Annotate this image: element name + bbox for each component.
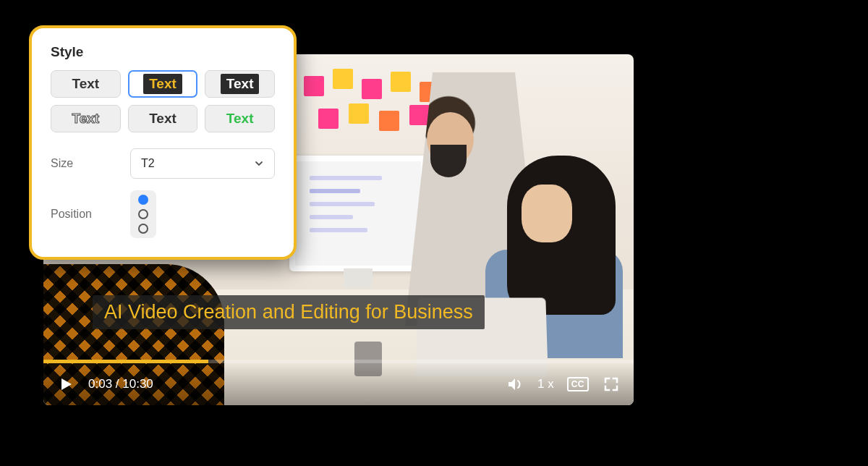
volume-button[interactable] [506,375,524,394]
style-option-green[interactable]: Text [205,105,275,132]
size-select[interactable]: T2 [130,148,275,179]
style-option-white-on-dark[interactable]: Text [205,70,275,98]
size-label: Size [51,157,109,170]
size-row: Size T2 [51,148,275,179]
position-label: Position [51,208,109,221]
style-panel: Style Text Text Text Text Text Text Size… [29,25,297,260]
playback-speed[interactable]: 1 x [537,377,554,391]
position-row: Position [51,190,275,238]
style-panel-title: Style [51,44,275,60]
position-top[interactable] [138,195,148,205]
position-bottom[interactable] [138,224,148,234]
style-option-dark[interactable]: Text [128,105,198,132]
position-middle[interactable] [138,209,148,219]
chevron-down-icon [254,158,264,169]
closed-captions-button[interactable]: CC [567,377,589,391]
current-time: 0:03 [88,377,112,391]
play-button[interactable] [56,375,75,394]
fullscreen-button[interactable] [602,375,621,394]
style-option-plain[interactable]: Text [51,70,121,98]
time-display: 0:03 / 10:30 [88,377,153,391]
position-picker [130,190,156,238]
size-value: T2 [141,157,155,170]
player-controls: 0:03 / 10:30 1 x CC [43,363,634,405]
style-options-grid: Text Text Text Text Text Text [51,70,275,132]
style-option-yellow-on-dark[interactable]: Text [128,70,198,98]
style-option-outline[interactable]: Text [51,105,121,132]
caption-overlay: AI Video Creation and Editing for Busine… [93,295,485,329]
duration: 10:30 [122,377,153,391]
monitor [289,156,427,271]
caption-text: AI Video Creation and Editing for Busine… [104,301,473,323]
